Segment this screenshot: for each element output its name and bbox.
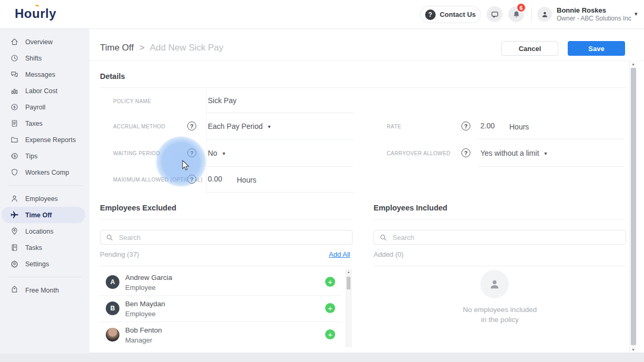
plus-icon: + — [328, 304, 333, 312]
map-pin-icon — [9, 227, 19, 236]
save-button[interactable]: Save — [568, 41, 625, 56]
employee-name: Andrew Garcia — [125, 274, 172, 281]
hourly-logo[interactable]: Hourly — [15, 6, 56, 21]
coin-icon: $ — [9, 152, 19, 161]
sidebar-item-payroll[interactable]: $ Payroll — [0, 99, 89, 115]
field-underline — [477, 139, 625, 139]
maximum-allowed-input[interactable] — [208, 175, 232, 183]
policy-name-input[interactable] — [208, 96, 345, 105]
included-search-box — [374, 230, 626, 245]
included-search-input[interactable] — [393, 234, 626, 242]
carryover-allowed-label: CARRYOVER ALLOWED — [387, 150, 450, 156]
maximum-allowed-help-icon[interactable]: ? — [187, 175, 196, 184]
avatar: B — [106, 301, 119, 315]
help-glyph: ? — [464, 150, 467, 156]
carryover-allowed-value: Yes without a limit — [480, 149, 539, 157]
top-header: Hourly ? Contact Us 6 Bonnie — [0, 0, 644, 29]
sidebar-item-time-off[interactable]: Time Off — [2, 207, 85, 223]
employee-role: Employee — [125, 284, 156, 291]
details-heading: Details — [100, 72, 125, 81]
accrual-method-dropdown[interactable]: Each Pay Period ▾ — [208, 122, 270, 130]
add-employee-button[interactable]: + — [325, 329, 335, 339]
gear-icon — [9, 259, 19, 269]
rate-label: RATE — [387, 124, 401, 129]
sidebar-item-tasks[interactable]: Tasks — [0, 239, 89, 256]
empty-state-circle — [480, 270, 509, 298]
carryover-allowed-dropdown[interactable]: Yes without a limit ▾ — [480, 149, 547, 157]
accrual-method-help-icon[interactable]: ? — [187, 122, 196, 130]
sidebar-item-messages[interactable]: Messages — [0, 66, 89, 83]
sidebar-item-workers-comp[interactable]: Workers Comp — [0, 164, 89, 180]
notebook-icon — [9, 243, 19, 253]
add-employee-button[interactable]: + — [325, 303, 335, 313]
sidebar-item-settings[interactable]: Settings — [0, 256, 89, 272]
sidebar-label: Taxes — [25, 120, 43, 127]
chevron-down-icon: ▾ — [545, 150, 547, 156]
rate-help-icon[interactable]: ? — [461, 122, 470, 130]
page-title: Add New Sick Pay — [150, 43, 224, 53]
field-underline — [206, 166, 354, 167]
employee-role: Employee — [125, 310, 156, 318]
add-all-link[interactable]: Add All — [329, 250, 350, 258]
svg-text:$: $ — [13, 154, 15, 158]
excluded-divider — [100, 219, 353, 220]
help-glyph: ? — [190, 123, 193, 129]
cancel-button[interactable]: Cancel — [501, 41, 558, 56]
sidebar-label: Free Month — [25, 287, 59, 294]
user-avatar[interactable] — [537, 7, 552, 22]
sidebar-item-labor-cost[interactable]: Labor Cost — [0, 83, 89, 99]
scroll-down-arrow-icon[interactable]: ▼ — [630, 348, 637, 351]
employee-row-bob-fenton: Bob Fenton Manager + — [100, 321, 342, 348]
header-divider — [531, 7, 532, 22]
scroll-up-arrow-icon[interactable]: ▲ — [630, 62, 637, 66]
sidebar-nav: Overview Shifts Messages Labor Cost $ Pa… — [0, 29, 89, 354]
avatar-initial: B — [110, 305, 115, 312]
waiting-period-dropdown[interactable]: No ▾ — [208, 149, 225, 157]
sidebar-item-taxes[interactable]: Taxes — [0, 115, 89, 132]
sidebar-item-shifts[interactable]: Shifts — [0, 50, 89, 66]
contact-us-label: Contact Us — [440, 11, 476, 18]
sidebar-item-locations[interactable]: Locations — [0, 223, 89, 239]
sidebar-label: Labor Cost — [25, 87, 57, 95]
clock-icon — [9, 54, 19, 63]
person-icon — [541, 11, 549, 18]
scrollbar-thumb[interactable] — [631, 68, 636, 345]
sidebar-divider — [7, 277, 82, 277]
excluded-search-box — [100, 230, 353, 245]
employee-name: Bob Fenton — [125, 326, 162, 334]
sidebar-label: Overview — [25, 38, 53, 46]
sidebar-label: Time Off — [25, 212, 52, 219]
chevron-down-icon: ▾ — [268, 124, 270, 129]
included-list-divider — [374, 266, 626, 266]
scroll-up-arrow-icon[interactable]: ▲ — [346, 270, 351, 274]
messages-button[interactable] — [487, 6, 502, 22]
breadcrumb-root[interactable]: Time Off — [100, 43, 134, 53]
sidebar-item-employees[interactable]: Employees — [0, 190, 89, 207]
policy-name-label: POLICY NAME — [113, 98, 152, 104]
add-employee-button[interactable]: + — [325, 277, 335, 287]
contact-us-button[interactable]: ? Contact Us — [420, 6, 481, 23]
sidebar-item-expense-reports[interactable]: Expense Reports — [0, 132, 89, 148]
user-menu-caret-icon[interactable]: ▾ — [635, 11, 638, 17]
details-divider — [100, 87, 626, 88]
sidebar-item-tips[interactable]: $ Tips — [0, 148, 89, 164]
carryover-allowed-help-icon[interactable]: ? — [461, 148, 470, 157]
sidebar-label: Locations — [25, 228, 54, 235]
sidebar-label: Payroll — [25, 104, 45, 111]
employee-row-ben-maydan: B Ben Maydan Employee + — [100, 295, 342, 321]
excluded-search-input[interactable] — [119, 234, 352, 242]
user-name: Bonnie Roskes — [557, 6, 606, 14]
employee-list-scrollbar[interactable]: ▲ — [346, 269, 351, 347]
rate-input[interactable] — [480, 122, 504, 130]
accrual-method-value: Each Pay Period — [208, 122, 263, 130]
sidebar-item-free-month[interactable]: Free Month — [0, 282, 89, 298]
app-window: Hourly ? Contact Us 6 Bonnie — [0, 0, 644, 362]
scrollbar-thumb[interactable] — [347, 277, 350, 289]
waiting-period-help-icon[interactable]: ? — [187, 148, 196, 157]
search-icon — [106, 234, 114, 242]
field-underline — [206, 139, 354, 140]
person-icon — [9, 194, 19, 204]
sidebar-label: Settings — [25, 260, 49, 268]
content-scrollbar[interactable]: ▲ ▼ — [629, 61, 637, 353]
sidebar-item-overview[interactable]: Overview — [0, 34, 89, 50]
